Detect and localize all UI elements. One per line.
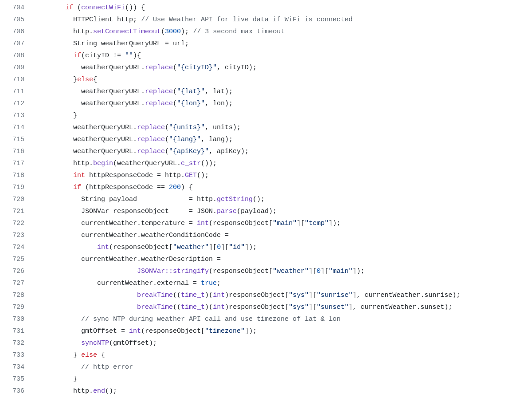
token-pl-en: breakTime [137, 292, 173, 299]
code-line[interactable]: weatherQueryURL.replace("{lon}", lon); [33, 98, 532, 110]
code-content[interactable]: if (connectWiFi()) { HTTPClient http; //… [33, 2, 532, 397]
code-line[interactable]: weatherQueryURL.replace("{lang}", lang); [33, 134, 532, 146]
code-line[interactable]: if (httpResponseCode == 200) { [33, 181, 532, 193]
token-plain: String payload = http. [33, 196, 217, 203]
token-plain: } [33, 112, 77, 119]
token-pl-en: int [129, 327, 141, 335]
code-line[interactable]: int httpResponseCode = http.GET(); [33, 169, 532, 181]
token-plain: (); [105, 387, 117, 395]
token-plain: weatherQueryURL. [33, 136, 137, 143]
code-line[interactable]: syncNTP(gmtOffset); [33, 337, 532, 349]
token-pl-k: if [73, 52, 81, 59]
token-pl-c: // http error [81, 363, 133, 371]
token-plain: )( [205, 303, 213, 311]
token-plain: (); [197, 172, 209, 179]
line-number: 725 [12, 253, 24, 265]
token-pl-en: GET [185, 172, 197, 179]
code-line[interactable]: currentWeather.weatherConditionCode = [33, 229, 532, 241]
code-line[interactable]: JSONVar::stringify(responseObject["weath… [33, 265, 532, 277]
code-line[interactable]: String weatherQueryURL = url; [33, 38, 532, 50]
token-pl-s: "timezone" [205, 327, 245, 335]
code-line[interactable]: http.end(); [33, 385, 532, 397]
token-plain: ][ [309, 268, 317, 275]
token-pl-en: replace [137, 124, 165, 131]
token-plain: http. [33, 160, 93, 167]
token-plain: weatherQueryURL. [33, 64, 145, 71]
token-plain: currentWeather.temperature = [33, 220, 197, 227]
line-number: 711 [12, 86, 24, 98]
token-plain: , apiKey); [209, 148, 249, 155]
token-pl-s: "{cityID}" [177, 64, 217, 71]
code-line[interactable]: weatherQueryURL.replace("{apiKey}", apiK… [33, 146, 532, 158]
line-number: 730 [12, 313, 24, 325]
line-number: 709 [12, 62, 24, 74]
token-plain [33, 52, 73, 59]
code-line[interactable]: JSONVar responseObject = JSON.parse(payl… [33, 205, 532, 217]
code-line[interactable]: weatherQueryURL.replace("{units}", units… [33, 122, 532, 134]
token-pl-s: "main" [273, 220, 297, 227]
token-pl-en: begin [93, 160, 113, 167]
token-plain: httpResponseCode = http. [85, 172, 185, 179]
line-number: 717 [12, 158, 24, 169]
code-line[interactable]: String payload = http.getString(); [33, 193, 532, 205]
line-number: 713 [12, 110, 24, 122]
code-line[interactable]: if(cityID != ""){ [33, 50, 532, 62]
token-plain: ( [173, 64, 177, 71]
code-line[interactable]: http.begin(weatherQueryURL.c_str()); [33, 158, 532, 169]
code-line[interactable]: }else{ [33, 74, 532, 86]
code-line[interactable]: // http error [33, 361, 532, 373]
line-number: 712 [12, 98, 24, 110]
token-pl-s: "weather" [273, 268, 309, 275]
line-number: 732 [12, 337, 24, 349]
token-pl-s: "id" [229, 244, 245, 251]
line-number: 715 [12, 134, 24, 146]
token-plain: ( [165, 124, 169, 131]
token-pl-en: time_t [181, 303, 205, 311]
code-line[interactable]: currentWeather.temperature = int(respons… [33, 217, 532, 229]
token-pl-en: int [197, 220, 209, 227]
code-line[interactable]: currentWeather.external = true; [33, 277, 532, 289]
code-line[interactable]: } [33, 110, 532, 122]
code-line[interactable]: HTTPClient http; // Use Weather API for … [33, 14, 532, 26]
token-plain: currentWeather.weatherDescription = [33, 256, 221, 263]
code-line[interactable]: breakTime((time_t)(int)responseObject["s… [33, 289, 532, 301]
line-number: 705 [12, 14, 24, 26]
token-plain [33, 315, 81, 323]
line-number: 729 [12, 301, 24, 313]
code-line[interactable]: gmtOffset = int(responseObject["timezone… [33, 325, 532, 337]
code-line[interactable]: weatherQueryURL.replace("{cityID}", city… [33, 62, 532, 74]
token-plain: ( [173, 88, 177, 95]
code-line[interactable]: if (connectWiFi()) { [33, 2, 532, 14]
token-pl-en: replace [145, 64, 173, 71]
token-pl-s: "{lat}" [177, 88, 205, 95]
token-plain: weatherQueryURL. [33, 124, 137, 131]
code-line[interactable]: http.setConnectTimeout(3000); // 3 secon… [33, 26, 532, 38]
token-plain: ], currentWeather.sunrise); [352, 292, 460, 299]
code-line[interactable]: weatherQueryURL.replace("{lat}", lat); [33, 86, 532, 98]
token-plain: ) { [181, 184, 193, 191]
code-line[interactable]: } [33, 373, 532, 385]
token-pl-en: parse [217, 208, 237, 215]
code-line[interactable]: int(responseObject["weather"][0]["id"]); [33, 241, 532, 253]
line-number: 720 [12, 193, 24, 205]
token-plain: , lon); [205, 100, 233, 107]
token-pl-en: connectWiFi [81, 4, 125, 12]
code-line[interactable]: // sync NTP during weather API call and … [33, 313, 532, 325]
token-plain: ]); [329, 220, 340, 227]
code-line[interactable]: } else { [33, 349, 532, 361]
token-plain: weatherQueryURL. [33, 88, 145, 95]
token-plain: (gmtOffset); [109, 339, 157, 347]
token-plain [33, 303, 137, 311]
token-pl-k: int [73, 172, 85, 179]
token-plain: (weatherQueryURL. [113, 160, 181, 167]
line-number: 735 [12, 373, 24, 385]
line-number: 731 [12, 325, 24, 337]
code-line[interactable]: currentWeather.weatherDescription = [33, 253, 532, 265]
token-plain: (responseObject[ [209, 268, 273, 275]
token-plain: (responseObject[ [109, 244, 173, 251]
line-number: 727 [12, 277, 24, 289]
line-number: 736 [12, 385, 24, 397]
code-line[interactable]: breakTime((time_t)(int)responseObject["s… [33, 301, 532, 313]
line-number: 723 [12, 229, 24, 241]
token-plain: ]); [245, 244, 257, 251]
